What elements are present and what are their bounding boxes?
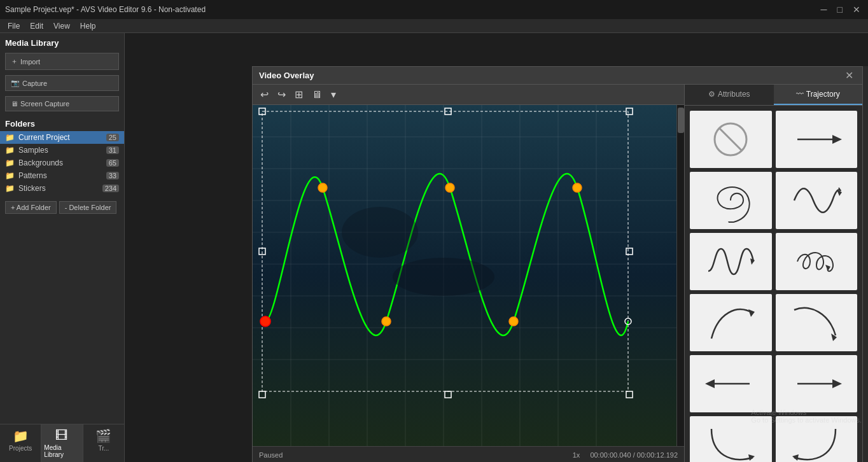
svg-line-37 [719, 128, 742, 151]
video-panel: ↩ ↪ ⊞ 🖥 ▾ [253, 85, 684, 462]
menu-file[interactable]: File [3, 22, 25, 31]
video-status-bar: Paused 1x 00:00:00.040 / 00:00:12.192 [253, 446, 684, 462]
right-tabs: ⚙ Attributes 〰 Trajectory [685, 85, 862, 106]
main-layout: Media Library ＋ Import 📷 Capture 🖥 Scree… [0, 33, 868, 462]
vertical-scrollbar[interactable] [676, 105, 684, 446]
capture-row: 📷 Capture [0, 73, 124, 94]
projects-icon: 📁 [13, 428, 29, 444]
menu-view[interactable]: View [48, 22, 75, 31]
svg-point-29 [445, 183, 454, 192]
svg-point-32 [260, 316, 270, 326]
screen-capture-row: 🖥 Screen Capture [0, 94, 124, 114]
paused-status: Paused [259, 451, 283, 459]
plus-icon: ＋ [11, 57, 18, 66]
folder-actions: + Add Folder - Delete Folder [0, 197, 124, 218]
trajectory-arrow-right2[interactable] [776, 355, 858, 412]
tab-attributes[interactable]: ⚙ Attributes [685, 85, 774, 105]
tab-projects[interactable]: 📁 Projects [0, 424, 41, 462]
video-overlay-dialog: Video Overlay ✕ ↩ ↪ ⊞ 🖥 ▾ [252, 66, 863, 462]
trajectory-arc-down-right[interactable] [776, 294, 858, 351]
svg-point-28 [382, 317, 391, 326]
trajectory-none[interactable] [690, 111, 772, 168]
folder-icon: 📁 [5, 146, 15, 155]
window-controls: ─ □ ✕ [818, 4, 863, 15]
trajectory-arrow-right[interactable] [776, 111, 858, 168]
trajectory-coil[interactable] [776, 233, 858, 290]
trajectory-icon: 〰 [796, 90, 804, 99]
watermark: Activate WindowsGo to Settings to activa… [751, 409, 862, 424]
maximize-button[interactable]: □ [835, 4, 845, 15]
svg-point-27 [318, 183, 327, 192]
trajectory-arc-up-left[interactable] [690, 294, 772, 351]
media-library-title: Media Library [0, 33, 124, 50]
folder-icon: 📁 [5, 171, 15, 180]
transitions-icon: 🎬 [95, 428, 111, 444]
undo-button[interactable]: ↩ [258, 87, 271, 102]
screen-capture-button[interactable]: 🖥 Screen Capture [5, 96, 119, 111]
attributes-icon: ⚙ [708, 90, 715, 99]
folder-icon: 📁 [5, 158, 15, 167]
screen-icon: 🖥 [11, 100, 18, 108]
dialog-title: Video Overlay [259, 71, 314, 80]
tab-media-library[interactable]: 🎞 Media Library [41, 424, 83, 462]
dialog-close-button[interactable]: ✕ [843, 69, 856, 81]
center-area: Video Overlay ✕ ↩ ↪ ⊞ 🖥 ▾ [125, 33, 868, 462]
display-button[interactable]: 🖥 [309, 88, 325, 102]
svg-point-35 [342, 207, 418, 258]
import-capture-row: ＋ Import [0, 50, 124, 73]
folders-title: Folders [0, 114, 124, 131]
svg-marker-44 [825, 265, 830, 271]
folder-samples[interactable]: 📁 Samples 31 [0, 144, 124, 157]
app-title: Sample Project.vep* - AVS Video Editor 9… [5, 5, 206, 14]
video-canvas-area [253, 105, 684, 446]
folder-icon: 📁 [5, 133, 15, 142]
dialog-title-bar: Video Overlay ✕ [253, 67, 862, 85]
menu-help[interactable]: Help [75, 22, 101, 31]
svg-marker-45 [748, 309, 755, 317]
sidebar: Media Library ＋ Import 📷 Capture 🖥 Scree… [0, 33, 125, 462]
delete-folder-button[interactable]: - Delete Folder [59, 201, 117, 214]
tab-transitions[interactable]: 🎬 Tr... [83, 424, 124, 462]
svg-marker-51 [748, 454, 755, 461]
trajectory-wave[interactable] [776, 172, 858, 229]
media-icon: 🎞 [55, 428, 68, 443]
folder-stickers[interactable]: 📁 Stickers 234 [0, 182, 124, 195]
svg-point-30 [509, 317, 518, 326]
svg-marker-48 [705, 379, 715, 388]
time-display: 00:00:00.040 / 00:00:12.192 [590, 451, 678, 459]
minimize-button[interactable]: ─ [818, 4, 830, 15]
video-toolbar: ↩ ↪ ⊞ 🖥 ▾ [253, 85, 684, 105]
folder-icon: 📁 [5, 184, 15, 193]
menu-edit[interactable]: Edit [25, 22, 48, 31]
folder-current-project[interactable]: 📁 Current Project 25 [0, 131, 124, 144]
close-button[interactable]: ✕ [850, 4, 863, 15]
menu-bar: File Edit View Help [0, 19, 868, 33]
dropdown-button[interactable]: ▾ [328, 87, 339, 102]
speed-display: 1x [573, 451, 580, 459]
add-folder-button[interactable]: + Add Folder [5, 201, 57, 214]
svg-point-31 [573, 183, 582, 192]
right-panel: ⚙ Attributes 〰 Trajectory [684, 85, 862, 462]
folder-patterns[interactable]: 📁 Patterns 33 [0, 169, 124, 182]
trajectory-zigzag[interactable] [690, 233, 772, 290]
trajectory-spiral[interactable] [690, 172, 772, 229]
trajectory-arrow-left[interactable] [690, 355, 772, 412]
folder-backgrounds[interactable]: 📁 Backgrounds 65 [0, 157, 124, 169]
grid-button[interactable]: ⊞ [292, 87, 305, 102]
bottom-tabs: 📁 Projects 🎞 Media Library 🎬 Tr... [0, 424, 124, 462]
svg-marker-52 [792, 454, 799, 461]
svg-marker-40 [728, 221, 733, 223]
svg-marker-43 [750, 258, 755, 265]
capture-button[interactable]: 📷 Capture [5, 75, 119, 91]
svg-marker-39 [832, 135, 842, 144]
redo-button[interactable]: ↪ [275, 87, 288, 102]
title-bar: Sample Project.vep* - AVS Video Editor 9… [0, 0, 868, 19]
svg-marker-50 [832, 379, 842, 388]
camera-icon: 📷 [11, 79, 20, 87]
dialog-body: ↩ ↪ ⊞ 🖥 ▾ [253, 85, 862, 462]
tab-trajectory[interactable]: 〰 Trajectory [774, 85, 863, 105]
import-button[interactable]: ＋ Import [5, 53, 119, 70]
svg-point-34 [393, 258, 494, 296]
